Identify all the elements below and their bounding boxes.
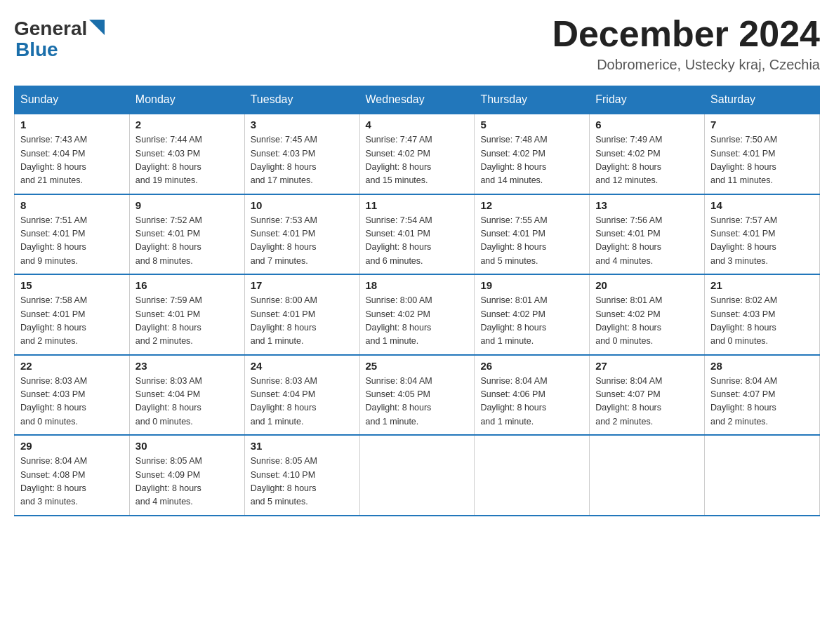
calendar-week-5: 29 Sunrise: 8:04 AMSunset: 4:08 PMDaylig… (15, 435, 820, 516)
title-area: December 2024 Dobromerice, Ustecky kraj,… (552, 14, 820, 73)
day-info: Sunrise: 8:02 AMSunset: 4:03 PMDaylight:… (710, 294, 814, 349)
day-info: Sunrise: 7:50 AMSunset: 4:01 PMDaylight:… (710, 133, 814, 188)
col-sunday: Sunday (15, 86, 130, 114)
table-row: 23 Sunrise: 8:03 AMSunset: 4:04 PMDaylig… (129, 355, 244, 436)
calendar-location: Dobromerice, Ustecky kraj, Czechia (552, 57, 820, 73)
col-wednesday: Wednesday (359, 86, 475, 114)
day-number: 29 (20, 440, 124, 452)
day-info: Sunrise: 8:04 AMSunset: 4:07 PMDaylight:… (710, 375, 814, 429)
table-row (705, 435, 820, 516)
day-info: Sunrise: 8:03 AMSunset: 4:04 PMDaylight:… (251, 375, 354, 429)
day-info: Sunrise: 8:04 AMSunset: 4:05 PMDaylight:… (366, 375, 469, 429)
table-row: 20 Sunrise: 8:01 AMSunset: 4:02 PMDaylig… (590, 274, 705, 355)
day-number: 23 (135, 360, 239, 372)
page-header: General Blue December 2024 Dobromerice, … (14, 14, 820, 73)
logo-arrow-icon (89, 20, 105, 35)
calendar-week-1: 1 Sunrise: 7:43 AMSunset: 4:04 PMDayligh… (15, 114, 820, 194)
day-info: Sunrise: 8:01 AMSunset: 4:02 PMDaylight:… (480, 294, 583, 349)
table-row: 1 Sunrise: 7:43 AMSunset: 4:04 PMDayligh… (15, 114, 130, 194)
day-info: Sunrise: 7:48 AMSunset: 4:02 PMDaylight:… (480, 133, 583, 188)
day-info: Sunrise: 7:45 AMSunset: 4:03 PMDaylight:… (251, 133, 354, 188)
day-info: Sunrise: 7:49 AMSunset: 4:02 PMDaylight:… (595, 133, 699, 188)
table-row: 9 Sunrise: 7:52 AMSunset: 4:01 PMDayligh… (129, 194, 244, 275)
day-number: 30 (135, 440, 239, 452)
col-friday: Friday (590, 86, 705, 114)
day-number: 9 (135, 199, 239, 211)
table-row: 12 Sunrise: 7:55 AMSunset: 4:01 PMDaylig… (475, 194, 590, 275)
day-number: 14 (710, 199, 814, 211)
table-row: 4 Sunrise: 7:47 AMSunset: 4:02 PMDayligh… (359, 114, 475, 194)
table-row (475, 435, 590, 516)
table-row: 19 Sunrise: 8:01 AMSunset: 4:02 PMDaylig… (475, 274, 590, 355)
day-number: 25 (366, 360, 469, 372)
calendar-header-row: Sunday Monday Tuesday Wednesday Thursday… (15, 86, 820, 114)
table-row: 18 Sunrise: 8:00 AMSunset: 4:02 PMDaylig… (359, 274, 475, 355)
day-number: 15 (20, 279, 124, 291)
day-number: 6 (595, 119, 699, 130)
table-row: 17 Sunrise: 8:00 AMSunset: 4:01 PMDaylig… (244, 274, 359, 355)
logo-general-text: General (14, 18, 87, 40)
table-row: 6 Sunrise: 7:49 AMSunset: 4:02 PMDayligh… (590, 114, 705, 194)
day-info: Sunrise: 7:59 AMSunset: 4:01 PMDaylight:… (135, 294, 239, 349)
day-info: Sunrise: 8:05 AMSunset: 4:09 PMDaylight:… (135, 455, 239, 509)
day-number: 26 (480, 360, 583, 372)
day-info: Sunrise: 8:00 AMSunset: 4:02 PMDaylight:… (366, 294, 469, 349)
table-row: 16 Sunrise: 7:59 AMSunset: 4:01 PMDaylig… (129, 274, 244, 355)
calendar-table: Sunday Monday Tuesday Wednesday Thursday… (14, 86, 820, 516)
day-info: Sunrise: 8:04 AMSunset: 4:08 PMDaylight:… (20, 455, 124, 509)
day-info: Sunrise: 8:00 AMSunset: 4:01 PMDaylight:… (251, 294, 354, 349)
day-number: 12 (480, 199, 583, 211)
table-row: 2 Sunrise: 7:44 AMSunset: 4:03 PMDayligh… (129, 114, 244, 194)
day-number: 20 (595, 279, 699, 291)
table-row: 10 Sunrise: 7:53 AMSunset: 4:01 PMDaylig… (244, 194, 359, 275)
day-number: 24 (251, 360, 354, 372)
table-row: 26 Sunrise: 8:04 AMSunset: 4:06 PMDaylig… (475, 355, 590, 436)
day-number: 22 (20, 360, 124, 372)
table-row: 11 Sunrise: 7:54 AMSunset: 4:01 PMDaylig… (359, 194, 475, 275)
day-info: Sunrise: 8:01 AMSunset: 4:02 PMDaylight:… (595, 294, 699, 349)
table-row: 14 Sunrise: 7:57 AMSunset: 4:01 PMDaylig… (705, 194, 820, 275)
table-row: 3 Sunrise: 7:45 AMSunset: 4:03 PMDayligh… (244, 114, 359, 194)
col-saturday: Saturday (705, 86, 820, 114)
day-number: 5 (480, 119, 583, 130)
table-row: 13 Sunrise: 7:56 AMSunset: 4:01 PMDaylig… (590, 194, 705, 275)
table-row: 21 Sunrise: 8:02 AMSunset: 4:03 PMDaylig… (705, 274, 820, 355)
day-info: Sunrise: 7:51 AMSunset: 4:01 PMDaylight:… (20, 214, 124, 269)
calendar-title: December 2024 (552, 14, 820, 54)
table-row: 7 Sunrise: 7:50 AMSunset: 4:01 PMDayligh… (705, 114, 820, 194)
col-tuesday: Tuesday (244, 86, 359, 114)
table-row: 15 Sunrise: 7:58 AMSunset: 4:01 PMDaylig… (15, 274, 130, 355)
svg-marker-0 (89, 20, 105, 35)
table-row: 25 Sunrise: 8:04 AMSunset: 4:05 PMDaylig… (359, 355, 475, 436)
logo: General Blue (14, 14, 105, 61)
day-number: 16 (135, 279, 239, 291)
day-number: 18 (366, 279, 469, 291)
day-number: 31 (251, 440, 354, 452)
day-info: Sunrise: 7:52 AMSunset: 4:01 PMDaylight:… (135, 214, 239, 269)
day-number: 19 (480, 279, 583, 291)
day-info: Sunrise: 7:44 AMSunset: 4:03 PMDaylight:… (135, 133, 239, 188)
day-info: Sunrise: 7:53 AMSunset: 4:01 PMDaylight:… (251, 214, 354, 269)
day-number: 7 (710, 119, 814, 130)
day-number: 27 (595, 360, 699, 372)
day-info: Sunrise: 8:05 AMSunset: 4:10 PMDaylight:… (251, 455, 354, 509)
day-info: Sunrise: 7:57 AMSunset: 4:01 PMDaylight:… (710, 214, 814, 269)
calendar-week-4: 22 Sunrise: 8:03 AMSunset: 4:03 PMDaylig… (15, 355, 820, 436)
table-row (590, 435, 705, 516)
table-row: 27 Sunrise: 8:04 AMSunset: 4:07 PMDaylig… (590, 355, 705, 436)
table-row (359, 435, 475, 516)
table-row: 24 Sunrise: 8:03 AMSunset: 4:04 PMDaylig… (244, 355, 359, 436)
table-row: 29 Sunrise: 8:04 AMSunset: 4:08 PMDaylig… (15, 435, 130, 516)
table-row: 28 Sunrise: 8:04 AMSunset: 4:07 PMDaylig… (705, 355, 820, 436)
day-number: 10 (251, 199, 354, 211)
table-row: 31 Sunrise: 8:05 AMSunset: 4:10 PMDaylig… (244, 435, 359, 516)
calendar-week-3: 15 Sunrise: 7:58 AMSunset: 4:01 PMDaylig… (15, 274, 820, 355)
table-row: 22 Sunrise: 8:03 AMSunset: 4:03 PMDaylig… (15, 355, 130, 436)
day-number: 3 (251, 119, 354, 130)
day-info: Sunrise: 7:43 AMSunset: 4:04 PMDaylight:… (20, 133, 124, 188)
table-row: 8 Sunrise: 7:51 AMSunset: 4:01 PMDayligh… (15, 194, 130, 275)
day-info: Sunrise: 7:58 AMSunset: 4:01 PMDaylight:… (20, 294, 124, 349)
day-number: 2 (135, 119, 239, 130)
table-row: 30 Sunrise: 8:05 AMSunset: 4:09 PMDaylig… (129, 435, 244, 516)
col-monday: Monday (129, 86, 244, 114)
